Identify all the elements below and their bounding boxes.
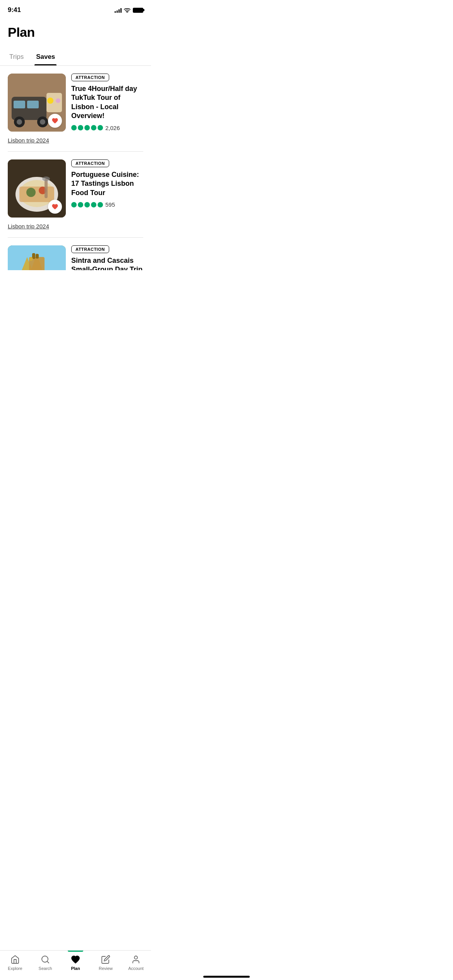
dot: [84, 125, 90, 130]
dot: [91, 202, 96, 207]
heart-badge-1[interactable]: [48, 114, 62, 128]
status-bar: 9:41: [0, 0, 151, 17]
status-time: 9:41: [8, 6, 21, 14]
saved-item-top: ATTRACTION True 4Hour/Half day TukTuk To…: [8, 74, 143, 132]
category-badge-2: ATTRACTION: [71, 159, 109, 167]
svg-rect-3: [14, 101, 25, 108]
rating-dots-1: [71, 125, 103, 130]
dot: [98, 125, 103, 130]
svg-point-6: [17, 119, 22, 125]
dot: [84, 202, 90, 207]
item-image-container[interactable]: [8, 74, 66, 132]
saved-item: ATTRACTION Portuguese Cuisine: 17 Tastin…: [8, 152, 143, 238]
tab-trips[interactable]: Trips: [8, 50, 25, 65]
item-title-3: Sintra and Cascais Small-Group Day Trip …: [71, 256, 143, 270]
heart-badge-2[interactable]: [48, 200, 62, 214]
rating-count-1: 2,026: [105, 125, 120, 131]
item-image-container[interactable]: [8, 245, 66, 270]
dot: [91, 125, 96, 130]
trip-label-2[interactable]: Lisbon trip 2024: [8, 223, 143, 230]
item-info-1: ATTRACTION True 4Hour/Half day TukTuk To…: [71, 74, 143, 131]
trip-label-1[interactable]: Lisbon trip 2024: [8, 137, 143, 144]
rating-row-1: 2,026: [71, 125, 143, 131]
saved-item-top: ATTRACTION Portuguese Cuisine: 17 Tastin…: [8, 159, 143, 218]
page-header: Plan: [0, 17, 151, 44]
item-info-2: ATTRACTION Portuguese Cuisine: 17 Tastin…: [71, 159, 143, 208]
status-icons: [115, 7, 143, 13]
item-image-container[interactable]: [8, 159, 66, 218]
rating-count-2: 595: [105, 201, 115, 208]
page-title: Plan: [8, 25, 143, 40]
svg-rect-18: [45, 179, 48, 198]
saved-item-top: ATTRACTION Sintra and Cascais Small-Grou…: [8, 245, 143, 270]
category-badge-3: ATTRACTION: [71, 245, 109, 253]
category-badge-1: ATTRACTION: [71, 74, 109, 81]
svg-point-11: [56, 98, 60, 103]
svg-point-19: [42, 176, 50, 181]
item-info-3: ATTRACTION Sintra and Cascais Small-Grou…: [71, 245, 143, 270]
rating-row-2: 595: [71, 201, 143, 208]
item-title-1: True 4Hour/Half day TukTuk Tour of Lisbo…: [71, 84, 143, 121]
svg-point-27: [29, 257, 33, 261]
rating-dots-2: [71, 202, 103, 207]
svg-point-8: [40, 119, 45, 125]
dot: [98, 202, 103, 207]
item-image-3: [8, 245, 66, 270]
wifi-icon: [124, 8, 130, 13]
tab-saves[interactable]: Saves: [34, 50, 57, 65]
svg-rect-15: [19, 187, 54, 202]
dot: [71, 202, 77, 207]
item-title-2: Portuguese Cuisine: 17 Tastings Lisbon F…: [71, 170, 143, 197]
dot: [71, 125, 77, 130]
svg-rect-26: [36, 254, 39, 259]
svg-rect-4: [27, 101, 39, 108]
svg-point-0: [127, 12, 128, 13]
content-area: ATTRACTION True 4Hour/Half day TukTuk To…: [0, 66, 151, 270]
dot: [78, 125, 83, 130]
saved-item: ATTRACTION Sintra and Cascais Small-Grou…: [8, 238, 143, 270]
tabs-container: Trips Saves: [0, 44, 151, 66]
battery-icon: [133, 8, 143, 13]
svg-point-10: [47, 98, 53, 104]
saved-item: ATTRACTION True 4Hour/Half day TukTuk To…: [8, 66, 143, 152]
svg-point-16: [26, 188, 36, 197]
signal-bars-icon: [115, 7, 122, 13]
dot: [78, 202, 83, 207]
